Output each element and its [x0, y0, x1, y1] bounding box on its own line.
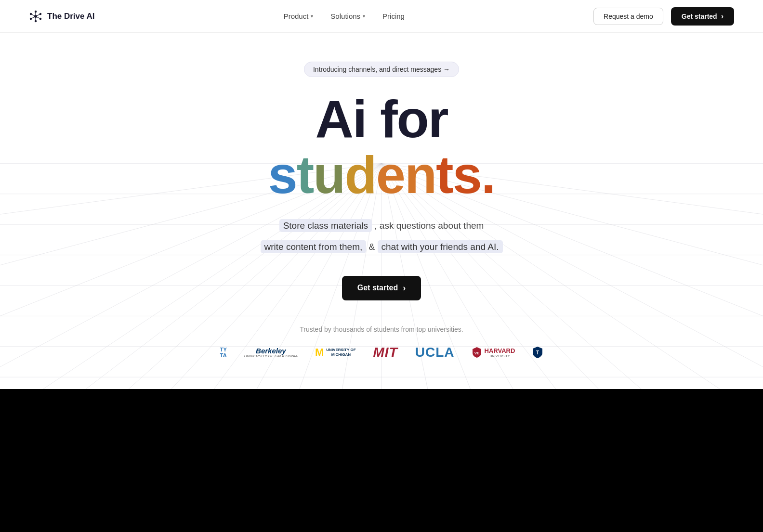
letter-d: d [345, 145, 376, 204]
announcement-badge[interactable]: Introducing channels, and direct message… [304, 62, 459, 77]
svg-text:VE: VE [474, 351, 479, 355]
hero-title-line2: students. [268, 148, 495, 201]
nav-solutions[interactable]: Solutions ▾ [330, 12, 365, 20]
tyta-logo: TY TA [220, 347, 227, 358]
logo-icon [29, 10, 42, 23]
toronto-logo: T [532, 346, 543, 359]
harvard-shield-icon: VE [472, 347, 482, 358]
letter-e: e [376, 145, 405, 204]
navbar: The Drive AI Product ▾ Solutions ▾ Prici… [0, 0, 763, 33]
letter-period: . [481, 145, 495, 204]
arrow-icon: › [403, 283, 406, 293]
logo-text: The Drive AI [47, 12, 95, 21]
hero-desc-line1: Store class materials , ask questions ab… [279, 219, 484, 233]
nav-links: Product ▾ Solutions ▾ Pricing [284, 12, 405, 20]
request-demo-button[interactable]: Request a demo [593, 8, 663, 25]
chevron-down-icon: ▾ [311, 13, 313, 19]
university-logos: TY TA Berkeley UNIVERSITY OF CALIFORNIA … [220, 345, 543, 360]
highlight-chat: chat with your friends and AI. [378, 240, 503, 253]
svg-text:T: T [536, 350, 539, 355]
letter-s1: s [268, 145, 296, 204]
chevron-down-icon: ▾ [363, 13, 365, 19]
arrow-icon: › [721, 12, 724, 21]
get-started-nav-button[interactable]: Get started › [671, 7, 734, 26]
toronto-shield-icon: T [532, 346, 543, 359]
hero-section: .grid-line { stroke: #c8c8d0; stroke-wid… [0, 33, 763, 389]
black-section [0, 389, 763, 532]
highlight-store: Store class materials [279, 219, 372, 232]
nav-actions: Request a demo Get started › [593, 7, 734, 26]
hero-title-line1: Ai for [315, 92, 447, 145]
highlight-write: write content from them, [261, 240, 367, 253]
ucla-logo: UCLA [415, 345, 455, 360]
nav-product[interactable]: Product ▾ [284, 12, 314, 20]
hero-desc-line2: write content from them, & chat with you… [261, 240, 503, 254]
logo-link[interactable]: The Drive AI [29, 10, 95, 23]
nav-pricing[interactable]: Pricing [382, 12, 405, 20]
michigan-logo: M UNIVERSITY OF MICHIGAN [315, 346, 356, 359]
letter-s2: s [453, 145, 481, 204]
letter-t1: t [297, 145, 314, 204]
get-started-hero-button[interactable]: Get started › [342, 276, 421, 300]
hero-word-students: students. [268, 145, 495, 204]
letter-u: u [313, 145, 344, 204]
harvard-logo: VE HARVARD UNIVERSITY [472, 347, 515, 358]
letter-t2: t [436, 145, 453, 204]
trusted-text: Trusted by thousands of students from to… [300, 325, 463, 333]
hero-content: Introducing channels, and direct message… [0, 33, 763, 389]
berkeley-logo: Berkeley UNIVERSITY OF CALIFORNIA [244, 347, 298, 358]
letter-n: n [405, 145, 436, 204]
mit-logo: MIT [373, 345, 398, 360]
